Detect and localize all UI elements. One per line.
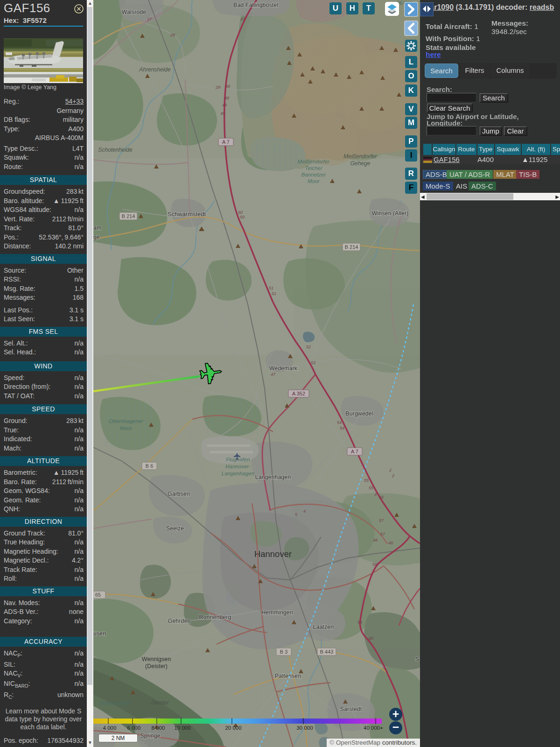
- svg-text:4 000: 4 000: [103, 725, 117, 731]
- svg-text:10 000: 10 000: [174, 725, 190, 731]
- svg-text:30 000: 30 000: [296, 725, 313, 731]
- svg-text:20 000: 20 000: [225, 725, 241, 731]
- svg-text:8 000: 8 000: [152, 725, 165, 731]
- svg-text:40 000+: 40 000+: [364, 725, 383, 731]
- svg-text:6 000: 6 000: [127, 725, 141, 731]
